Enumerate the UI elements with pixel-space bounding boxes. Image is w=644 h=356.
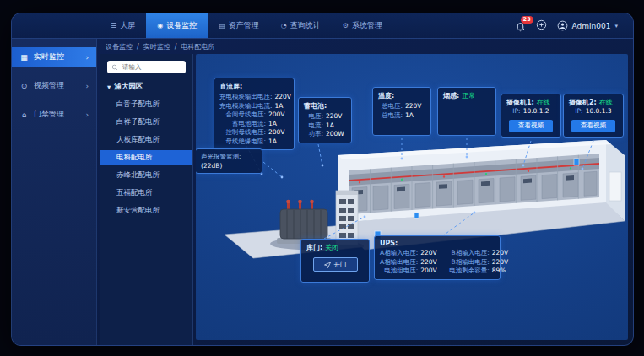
tree-item-substation[interactable]: 新安营配电所 xyxy=(100,203,192,218)
breadcrumb-item[interactable]: 实时监控 xyxy=(143,42,170,51)
field-label: 库门: xyxy=(306,243,322,252)
field-label: B相输入电压: xyxy=(449,249,490,258)
view-video-button[interactable]: 查看视频 xyxy=(509,120,553,132)
field-label: 总电压: xyxy=(378,102,403,111)
breadcrumb-item[interactable]: 设备监控 xyxy=(106,42,133,51)
tree-parent-label: 浦大园区 xyxy=(114,82,143,92)
tree-item-substation[interactable]: 大板库配电所 xyxy=(100,132,192,148)
field-value: 220V xyxy=(420,249,441,258)
field-value: 220V xyxy=(326,112,346,121)
tab-dashboard[interactable]: ☰ 大屏 xyxy=(100,13,146,38)
status-badge: 在线 xyxy=(537,98,550,107)
tree-item-substation[interactable]: 白祥子配电所 xyxy=(100,115,192,130)
field-value: 1A xyxy=(268,120,289,129)
ip-label: IP: xyxy=(575,107,582,116)
breadcrumb-item: 电科配电所 xyxy=(181,42,214,51)
tab-label: 系统管理 xyxy=(352,20,382,31)
realtime-monitor-icon: ▦ xyxy=(19,53,29,62)
chevron-right-icon: › xyxy=(85,111,89,119)
field-label: 控制母线电压: xyxy=(219,128,266,138)
sidebar-item-access-control[interactable]: ⌂ 门禁管理 › xyxy=(12,105,96,124)
search-icon xyxy=(111,64,118,71)
field-label: 充电模块输出电压: xyxy=(219,93,273,102)
substation-tree-panel: ▾ 浦大园区 白音子配电所 白祥子配电所 大板库配电所 电科配电所 赤峰北配电所… xyxy=(100,54,193,345)
menu-icon: ☰ xyxy=(111,22,116,30)
tree-parent-node[interactable]: ▾ 浦大园区 xyxy=(100,79,192,94)
sidebar-item-label: 视频管理 xyxy=(34,80,64,91)
notification-bell-icon[interactable]: 23 xyxy=(515,20,526,31)
door-access-icon: ⌂ xyxy=(19,111,29,119)
field-label: A相输入电压: xyxy=(380,249,418,258)
field-value: 200V xyxy=(268,128,289,138)
sidebar-item-video-management[interactable]: ⊙ 视频管理 › xyxy=(12,76,96,95)
device-icon: ◉ xyxy=(157,22,163,30)
field-value: 1A xyxy=(405,111,425,121)
collapse-icon: ▾ xyxy=(107,83,111,91)
field-value: 220V xyxy=(275,93,295,102)
topbar-actions: 23 Admin001 ▾ xyxy=(515,13,633,38)
tree-item-substation-selected[interactable]: 电科配电所 xyxy=(100,150,192,165)
open-door-button[interactable]: 开门 xyxy=(313,257,358,272)
tab-device-monitor[interactable]: ◉ 设备监控 xyxy=(146,13,208,38)
stats-icon: ◔ xyxy=(281,22,287,30)
tab-asset-management[interactable]: ▤ 资产管理 xyxy=(208,13,270,38)
ip-label: IP: xyxy=(512,107,520,116)
field-label: 电流: xyxy=(304,121,323,131)
field-label: 总电流: xyxy=(378,111,403,121)
field-label: 充电模块输出电流: xyxy=(219,102,273,111)
panel-title: 摄像机2: xyxy=(569,98,597,107)
avatar xyxy=(557,20,568,31)
breadcrumb-separator: / xyxy=(175,43,177,51)
view-video-button[interactable]: 查看视频 xyxy=(571,120,615,132)
camera2-panel: 摄像机2: 在线 IP:10.0.1.3 查看视频 xyxy=(563,94,624,138)
system-icon: ⚙ xyxy=(343,22,349,30)
field-label: A相输出电压: xyxy=(380,258,418,267)
chevron-right-icon: › xyxy=(85,82,89,90)
app-window: ☰ 大屏 ◉ 设备监控 ▤ 资产管理 ◔ 查询统计 ⚙ 系统管理 23 xyxy=(11,13,634,346)
field-label: 电池剩余容量: xyxy=(449,267,490,276)
field-value: 1A xyxy=(326,121,346,131)
send-icon xyxy=(324,262,331,268)
ip-value: 10.0.1.2 xyxy=(523,107,549,116)
field-value: 1A xyxy=(275,102,295,111)
tree-item-substation[interactable]: 赤峰北配电所 xyxy=(100,168,192,183)
panel-title: UPS: xyxy=(380,240,495,247)
field-value: 200W xyxy=(326,130,346,139)
sidebar-item-label: 实时监控 xyxy=(34,51,64,62)
field-label: 电池组电压: xyxy=(380,267,418,276)
tree-item-substation[interactable]: 五福配电所 xyxy=(100,186,192,201)
chevron-down-icon: ▾ xyxy=(614,23,618,30)
panel-title: 摄像机1: xyxy=(506,98,534,107)
field-label: 合闸母线电压: xyxy=(219,111,266,120)
field-value: 220V xyxy=(492,249,512,258)
field-label: 声光报警监测: xyxy=(201,153,257,161)
search-input[interactable] xyxy=(121,62,181,72)
status-badge: 在线 xyxy=(599,98,613,107)
temperature-panel: 温度: 总电压:220V 总电流:1A xyxy=(372,87,431,136)
sidebar-item-realtime-monitor[interactable]: ▦ 实时监控 › xyxy=(12,47,96,67)
tab-system-management[interactable]: ⚙ 系统管理 xyxy=(332,13,393,38)
sidebar: ▦ 实时监控 › ⊙ 视频管理 › ⌂ 门禁管理 › xyxy=(12,39,97,345)
username: Admin001 xyxy=(572,22,611,30)
tab-query-statistics[interactable]: ◔ 查询统计 xyxy=(270,13,332,38)
open-door-label: 开门 xyxy=(334,261,347,269)
panel-title: 蓄电池: xyxy=(304,101,346,111)
user-menu[interactable]: Admin001 ▾ xyxy=(557,20,618,31)
field-value: 220V xyxy=(405,102,425,111)
tab-label: 查询统计 xyxy=(290,20,321,31)
fullscreen-icon[interactable] xyxy=(536,18,547,34)
field-value: 89% xyxy=(492,267,512,276)
field-label: B相输出电压: xyxy=(449,258,490,267)
field-label: 母线绝缘电阻: xyxy=(219,138,266,147)
tab-label: 资产管理 xyxy=(229,20,259,31)
status-badge: 正常 xyxy=(462,91,475,100)
field-label: 功率: xyxy=(304,130,323,139)
field-value: 220V xyxy=(420,258,441,267)
field-value: 220V xyxy=(492,258,512,267)
tree-item-substation[interactable]: 白音子配电所 xyxy=(100,97,192,112)
door-control-panel: 库门: 关闭 开门 xyxy=(300,239,370,283)
field-label: 烟感: xyxy=(443,91,459,100)
field-value: 200V xyxy=(420,267,441,276)
field-value: 1A xyxy=(268,138,289,147)
video-icon: ⊙ xyxy=(19,82,29,90)
